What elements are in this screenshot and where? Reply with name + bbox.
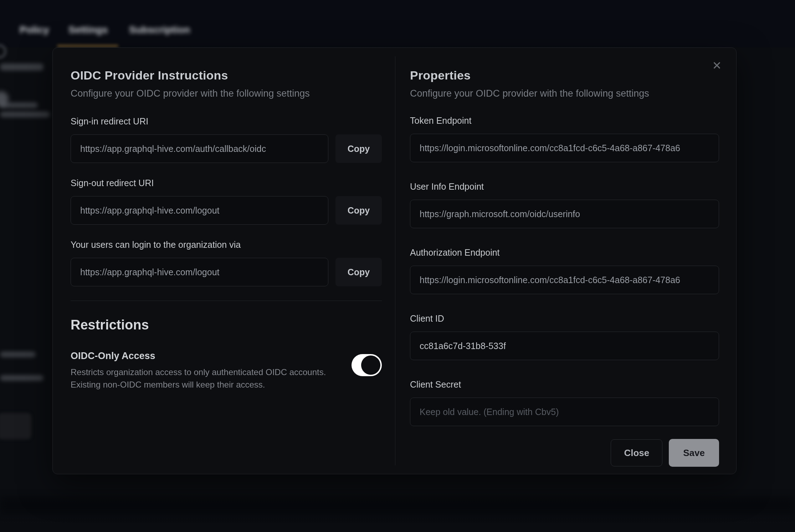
userinfo-endpoint-input[interactable] xyxy=(410,200,719,228)
login-via-row: Copy xyxy=(71,258,382,286)
oidc-only-access-text: OIDC-Only Access Restricts organization … xyxy=(71,351,326,391)
signin-redirect-label: Sign-in redirect URI xyxy=(71,116,382,127)
client-id-row xyxy=(410,332,719,360)
login-via-input[interactable] xyxy=(71,258,328,286)
client-secret-input[interactable] xyxy=(410,398,719,426)
active-tab-underline xyxy=(57,45,118,47)
oidc-settings-modal: ✕ OIDC Provider Instructions Configure y… xyxy=(52,47,737,474)
properties-subtitle: Configure your OIDC provider with the fo… xyxy=(410,88,719,99)
oidc-only-access-toggle[interactable] xyxy=(352,354,382,376)
signout-redirect-input[interactable] xyxy=(71,196,328,225)
avatar xyxy=(0,44,6,58)
properties-column: Properties Configure your OIDC provider … xyxy=(395,48,737,474)
tab-settings[interactable]: Settings xyxy=(68,24,108,36)
signin-redirect-input[interactable] xyxy=(71,134,328,163)
background-blur-text xyxy=(0,375,43,381)
token-endpoint-label: Token Endpoint xyxy=(410,116,719,126)
tab-subscription[interactable]: Subscription xyxy=(129,24,190,36)
client-id-label: Client ID xyxy=(410,313,719,324)
login-via-label: Your users can login to the organization… xyxy=(71,240,382,250)
signin-redirect-row: Copy xyxy=(71,134,382,163)
client-secret-label: Client Secret xyxy=(410,379,719,390)
token-endpoint-row xyxy=(410,134,719,162)
token-endpoint-input[interactable] xyxy=(410,134,719,162)
instructions-subtitle: Configure your OIDC provider with the fo… xyxy=(71,88,382,99)
copy-signin-button[interactable]: Copy xyxy=(335,134,382,163)
properties-title: Properties xyxy=(410,68,719,82)
section-divider xyxy=(71,301,382,301)
toggle-knob xyxy=(361,355,380,375)
userinfo-endpoint-row xyxy=(410,200,719,228)
modal-footer: Close Save xyxy=(410,439,719,467)
description-line-1: Restricts organization access to only au… xyxy=(71,367,326,377)
authorization-endpoint-input[interactable] xyxy=(410,266,719,294)
oidc-only-access-label: OIDC-Only Access xyxy=(71,351,326,362)
tab-bar: Policy Settings Subscription xyxy=(0,21,795,47)
background-blur-button xyxy=(0,413,31,439)
authorization-endpoint-row xyxy=(410,266,719,294)
client-secret-row xyxy=(410,398,719,426)
background-blur-text xyxy=(0,63,43,71)
description-line-2: Existing non-OIDC members will keep thei… xyxy=(71,380,265,389)
close-button[interactable]: Close xyxy=(611,439,662,466)
client-id-input[interactable] xyxy=(410,332,719,360)
authorization-endpoint-label: Authorization Endpoint xyxy=(410,247,719,258)
copy-signout-button[interactable]: Copy xyxy=(335,196,382,225)
restrictions-heading: Restrictions xyxy=(71,317,382,333)
background-blur-text xyxy=(0,102,38,108)
userinfo-endpoint-label: User Info Endpoint xyxy=(410,181,719,192)
instructions-column: OIDC Provider Instructions Configure you… xyxy=(53,48,395,474)
signout-redirect-row: Copy xyxy=(71,196,382,225)
background-band xyxy=(0,496,795,514)
background-blur-text xyxy=(0,112,50,117)
instructions-title: OIDC Provider Instructions xyxy=(71,68,382,82)
copy-login-via-button[interactable]: Copy xyxy=(335,258,382,286)
screen: Policy Settings Subscription ✕ OIDC Prov… xyxy=(0,0,795,532)
tab-policy[interactable]: Policy xyxy=(20,24,49,36)
oidc-only-access-description: Restricts organization access to only au… xyxy=(71,366,326,391)
save-button[interactable]: Save xyxy=(669,439,719,467)
signout-redirect-label: Sign-out redirect URI xyxy=(71,178,382,188)
oidc-only-access-row: OIDC-Only Access Restricts organization … xyxy=(71,351,382,391)
background-blur-text xyxy=(0,352,36,357)
